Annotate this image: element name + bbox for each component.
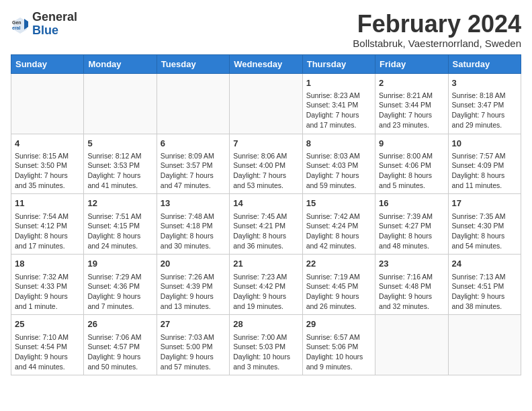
sunset-time: Sunset: 5:00 PM (161, 342, 226, 352)
sunrise-time: Sunrise: 7:32 AM (15, 272, 80, 282)
day-number: 21 (233, 258, 298, 270)
day-cell-21: 21Sunrise: 7:23 AMSunset: 4:42 PMDayligh… (230, 255, 302, 315)
header-row: SundayMondayTuesdayWednesdayThursdayFrid… (11, 54, 521, 73)
daylight-hours: Daylight: 9 hours and 19 minutes. (233, 291, 298, 311)
day-header-monday: Monday (84, 54, 157, 73)
daylight-hours: Daylight: 7 hours and 29 minutes. (452, 110, 517, 130)
daylight-hours: Daylight: 8 hours and 5 minutes. (379, 171, 444, 190)
month-title: February 2024 (353, 11, 521, 38)
day-cell-18: 18Sunrise: 7:32 AMSunset: 4:33 PMDayligh… (11, 255, 84, 315)
day-cell-12: 12Sunrise: 7:51 AMSunset: 4:15 PMDayligh… (84, 194, 157, 255)
empty-cell (11, 73, 84, 134)
week-row-3: 11Sunrise: 7:54 AMSunset: 4:12 PMDayligh… (11, 194, 521, 255)
sunrise-time: Sunrise: 7:26 AM (161, 272, 226, 282)
svg-marker-3 (24, 19, 28, 30)
day-header-tuesday: Tuesday (157, 54, 229, 73)
sunset-time: Sunset: 5:03 PM (233, 342, 298, 352)
day-number: 10 (452, 138, 517, 150)
sunrise-time: Sunrise: 7:57 AM (452, 151, 517, 161)
sunset-time: Sunset: 3:41 PM (306, 100, 371, 110)
sunrise-time: Sunrise: 7:16 AM (379, 272, 444, 282)
day-number: 18 (15, 258, 80, 270)
sunrise-time: Sunrise: 8:23 AM (306, 91, 371, 101)
day-cell-23: 23Sunrise: 7:16 AMSunset: 4:48 PMDayligh… (375, 255, 448, 315)
daylight-hours: Daylight: 7 hours and 53 minutes. (233, 171, 298, 190)
week-row-5: 25Sunrise: 7:10 AMSunset: 4:54 PMDayligh… (11, 315, 521, 375)
sunrise-time: Sunrise: 7:23 AM (233, 272, 298, 282)
sunset-time: Sunset: 3:53 PM (87, 161, 152, 171)
empty-cell (375, 315, 448, 375)
day-cell-15: 15Sunrise: 7:42 AMSunset: 4:24 PMDayligh… (302, 194, 375, 255)
day-number: 16 (379, 197, 444, 210)
daylight-hours: Daylight: 7 hours and 17 minutes. (306, 110, 371, 130)
sunrise-time: Sunrise: 7:51 AM (87, 212, 152, 222)
sunrise-time: Sunrise: 7:19 AM (306, 272, 371, 282)
daylight-hours: Daylight: 7 hours and 41 minutes. (87, 171, 152, 190)
day-number: 19 (87, 258, 152, 270)
sunset-time: Sunset: 4:03 PM (306, 161, 371, 171)
daylight-hours: Daylight: 7 hours and 47 minutes. (161, 171, 226, 190)
daylight-hours: Daylight: 8 hours and 24 minutes. (87, 231, 152, 250)
sunrise-time: Sunrise: 8:00 AM (379, 151, 444, 161)
day-number: 9 (379, 138, 444, 150)
day-cell-22: 22Sunrise: 7:19 AMSunset: 4:45 PMDayligh… (302, 255, 375, 315)
day-number: 11 (15, 197, 80, 210)
day-number: 14 (233, 197, 298, 210)
logo: Gen eral General Blue (11, 11, 77, 38)
empty-cell (84, 73, 157, 134)
sunset-time: Sunset: 4:24 PM (306, 221, 371, 231)
daylight-hours: Daylight: 9 hours and 38 minutes. (452, 291, 517, 311)
sunset-time: Sunset: 3:50 PM (15, 161, 80, 171)
daylight-hours: Daylight: 9 hours and 57 minutes. (161, 352, 226, 371)
day-cell-2: 2Sunrise: 8:21 AMSunset: 3:44 PMDaylight… (375, 73, 448, 134)
day-number: 1 (306, 77, 371, 89)
day-number: 8 (306, 138, 371, 150)
svg-text:Gen: Gen (12, 20, 21, 25)
day-header-saturday: Saturday (448, 54, 521, 73)
day-cell-16: 16Sunrise: 7:39 AMSunset: 4:27 PMDayligh… (375, 194, 448, 255)
subtitle: Bollstabruk, Vaesternorrland, Sweden (353, 38, 521, 49)
day-number: 3 (452, 77, 517, 89)
day-cell-14: 14Sunrise: 7:45 AMSunset: 4:21 PMDayligh… (230, 194, 302, 255)
sunset-time: Sunset: 4:42 PM (233, 281, 298, 291)
daylight-hours: Daylight: 8 hours and 54 minutes. (452, 231, 517, 250)
sunrise-time: Sunrise: 7:54 AM (15, 212, 80, 222)
empty-cell (448, 315, 521, 375)
day-number: 5 (87, 138, 152, 150)
sunset-time: Sunset: 4:00 PM (233, 161, 298, 171)
sunrise-time: Sunrise: 8:09 AM (161, 151, 226, 161)
day-number: 12 (87, 197, 152, 210)
logo-general: General (32, 11, 77, 24)
day-cell-5: 5Sunrise: 8:12 AMSunset: 3:53 PMDaylight… (84, 134, 157, 194)
day-cell-8: 8Sunrise: 8:03 AMSunset: 4:03 PMDaylight… (302, 134, 375, 194)
day-number: 25 (15, 318, 80, 330)
day-cell-1: 1Sunrise: 8:23 AMSunset: 3:41 PMDaylight… (302, 73, 375, 134)
day-cell-19: 19Sunrise: 7:29 AMSunset: 4:36 PMDayligh… (84, 255, 157, 315)
sunrise-time: Sunrise: 7:03 AM (161, 332, 226, 342)
day-number: 20 (161, 258, 226, 270)
sunset-time: Sunset: 4:33 PM (15, 281, 80, 291)
empty-cell (157, 73, 229, 134)
day-number: 7 (233, 138, 298, 150)
day-cell-26: 26Sunrise: 7:06 AMSunset: 4:57 PMDayligh… (84, 315, 157, 375)
daylight-hours: Daylight: 7 hours and 23 minutes. (379, 110, 444, 130)
day-cell-13: 13Sunrise: 7:48 AMSunset: 4:18 PMDayligh… (157, 194, 229, 255)
sunset-time: Sunset: 3:47 PM (452, 100, 517, 110)
day-header-wednesday: Wednesday (230, 54, 302, 73)
sunrise-time: Sunrise: 8:18 AM (452, 91, 517, 101)
daylight-hours: Daylight: 8 hours and 17 minutes. (15, 231, 80, 250)
day-number: 26 (87, 318, 152, 330)
week-row-4: 18Sunrise: 7:32 AMSunset: 4:33 PMDayligh… (11, 255, 521, 315)
sunrise-time: Sunrise: 7:13 AM (452, 272, 517, 282)
daylight-hours: Daylight: 8 hours and 42 minutes. (306, 231, 371, 250)
title-area: February 2024 Bollstabruk, Vaesternorrla… (353, 11, 521, 49)
daylight-hours: Daylight: 8 hours and 30 minutes. (161, 231, 226, 250)
day-cell-6: 6Sunrise: 8:09 AMSunset: 3:57 PMDaylight… (157, 134, 229, 194)
day-number: 17 (452, 197, 517, 210)
daylight-hours: Daylight: 10 hours and 9 minutes. (306, 352, 371, 371)
daylight-hours: Daylight: 9 hours and 32 minutes. (379, 291, 444, 311)
sunrise-time: Sunrise: 7:06 AM (87, 332, 152, 342)
sunrise-time: Sunrise: 7:29 AM (87, 272, 152, 282)
day-number: 28 (233, 318, 298, 330)
sunset-time: Sunset: 4:27 PM (379, 221, 444, 231)
